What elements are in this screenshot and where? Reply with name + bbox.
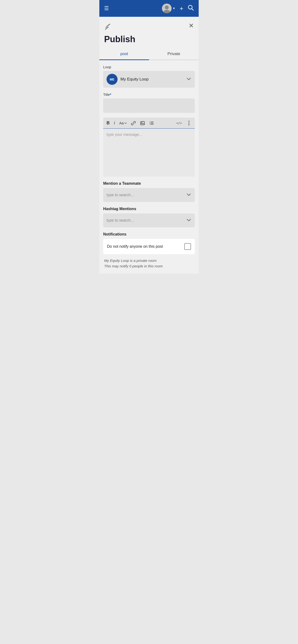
notify-info-line1: My Equity Loop is a private room <box>104 258 194 264</box>
message-placeholder: type your message... <box>106 132 142 136</box>
mention-label: Mention a Teammate <box>103 181 195 186</box>
notify-info: My Equity Loop is a private room This ma… <box>103 256 195 269</box>
svg-line-4 <box>192 8 193 10</box>
font-size-button[interactable]: Aa <box>119 121 127 125</box>
message-editor: B i Aa <box>103 118 195 176</box>
svg-point-6 <box>141 122 142 123</box>
top-navigation: ☰ ▼ + <box>99 0 199 17</box>
message-editor-body[interactable]: type your message... <box>103 129 195 176</box>
panel-header: ✕ <box>99 17 199 34</box>
italic-button[interactable]: i <box>114 120 115 126</box>
bold-button[interactable]: B <box>106 120 110 126</box>
page-title: Publish <box>99 34 199 48</box>
code-button[interactable]: </> <box>176 121 182 125</box>
editor-toolbar: B i Aa <box>103 118 195 129</box>
more-options-button[interactable]: ⋮ <box>186 121 192 125</box>
loop-chevron-down-icon <box>186 76 192 83</box>
link-button[interactable] <box>131 121 136 126</box>
title-input[interactable] <box>103 98 195 113</box>
notifications-label: Notifications <box>103 232 195 236</box>
notify-checkbox[interactable] <box>184 243 191 250</box>
notify-option-text: Do not notify anyone on this post <box>107 244 163 249</box>
close-icon[interactable]: ✕ <box>189 22 194 30</box>
svg-rect-5 <box>140 122 144 125</box>
hashtag-placeholder: type to search... <box>106 218 134 222</box>
add-button[interactable]: + <box>180 5 183 12</box>
feather-icon <box>104 23 111 32</box>
form-content: Loop ME My Equity Loop Title* B i Aa <box>99 60 199 274</box>
mention-search[interactable]: type to search... <box>103 188 195 202</box>
nav-right: ▼ + <box>162 4 194 13</box>
notify-option[interactable]: Do not notify anyone on this post <box>103 239 195 254</box>
user-avatar-button[interactable]: ▼ <box>162 4 175 13</box>
hashtag-chevron-down-icon <box>186 217 192 224</box>
mention-placeholder: type to search... <box>106 193 134 197</box>
avatar-dropdown-arrow: ▼ <box>173 7 175 10</box>
tab-post[interactable]: post <box>99 48 149 60</box>
image-button[interactable] <box>140 121 145 126</box>
avatar <box>162 4 172 13</box>
mention-chevron-down-icon <box>186 192 192 198</box>
tab-private[interactable]: Private <box>149 48 199 60</box>
publish-panel: ✕ Publish post Private Loop ME My Equity… <box>99 17 199 274</box>
svg-point-1 <box>165 6 169 9</box>
loop-selector[interactable]: ME My Equity Loop <box>103 71 195 88</box>
search-icon[interactable] <box>188 4 194 12</box>
nav-left: ☰ <box>104 6 109 11</box>
loop-label: Loop <box>103 65 195 69</box>
title-label: Title* <box>103 92 195 96</box>
hamburger-icon[interactable]: ☰ <box>104 6 109 11</box>
loop-selected-value: ME My Equity Loop <box>106 74 148 85</box>
tabs: post Private <box>99 48 199 60</box>
list-button[interactable] <box>149 121 154 126</box>
loop-badge: ME <box>106 74 117 85</box>
hashtag-search[interactable]: type to search... <box>103 214 195 227</box>
notify-info-line2: This may notify 0 people in this room <box>104 264 194 269</box>
hashtag-label: Hashtag Mentions <box>103 207 195 211</box>
loop-name: My Equity Loop <box>120 77 148 82</box>
